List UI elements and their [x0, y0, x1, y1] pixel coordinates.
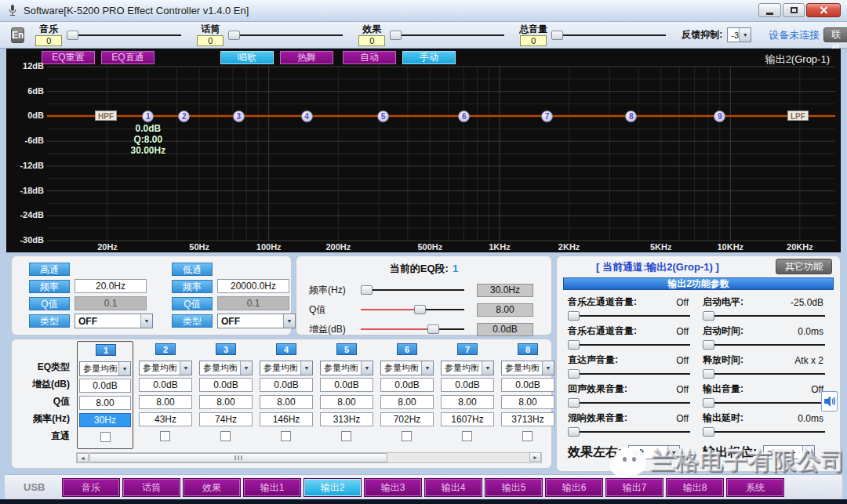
- volume-value-field[interactable]: 0: [358, 35, 385, 46]
- param-slider[interactable]: [568, 309, 690, 323]
- slider-thumb[interactable]: [228, 31, 240, 40]
- band-gain-field[interactable]: 0.0dB: [139, 378, 192, 392]
- band-type-select[interactable]: 参量均衡▼: [380, 361, 434, 375]
- graph-button-4[interactable]: 热舞: [280, 51, 333, 64]
- band-q-field[interactable]: 8.00: [260, 395, 313, 409]
- graph-button-2[interactable]: EQ直通: [101, 51, 154, 64]
- graph-button-5[interactable]: 自动: [343, 51, 396, 64]
- connect-button[interactable]: 联机: [823, 27, 847, 42]
- band-gain-field[interactable]: 0.0dB: [501, 378, 554, 392]
- band-freq-field[interactable]: 1607Hz: [441, 412, 494, 426]
- slider-thumb[interactable]: [390, 31, 402, 40]
- band-freq-field[interactable]: 3713Hz: [501, 412, 554, 426]
- tab-音乐[interactable]: 音乐: [63, 479, 119, 496]
- tab-效果[interactable]: 效果: [184, 479, 240, 496]
- tab-输出5[interactable]: 输出5: [485, 479, 542, 496]
- scroll-thumb[interactable]: [89, 453, 387, 462]
- band-bypass-checkbox[interactable]: [160, 431, 170, 441]
- language-button[interactable]: En: [11, 27, 24, 43]
- param-slider[interactable]: [703, 425, 825, 439]
- band-q-field[interactable]: 8.00: [199, 395, 253, 409]
- eq-point-7[interactable]: 7: [541, 111, 553, 122]
- lowpass-type-select[interactable]: OFF ▼: [217, 314, 296, 328]
- scroll-left-arrow[interactable]: ◄: [77, 453, 89, 462]
- band-bypass-checkbox[interactable]: [281, 431, 291, 441]
- param-slider[interactable]: [703, 309, 825, 323]
- volume-slider[interactable]: [228, 28, 343, 42]
- param-slider[interactable]: [568, 367, 690, 381]
- slider-thumb[interactable]: [703, 369, 714, 379]
- tab-输出1[interactable]: 输出1: [244, 479, 300, 496]
- hpf-marker[interactable]: HPF: [95, 111, 117, 121]
- lpf-marker[interactable]: LPF: [787, 111, 809, 121]
- tab-系统[interactable]: 系统: [727, 479, 783, 496]
- slider-thumb[interactable]: [703, 311, 714, 321]
- tab-输出3[interactable]: 输出3: [365, 479, 421, 496]
- band-freq-field[interactable]: 30Hz: [79, 413, 131, 427]
- band-param-value[interactable]: 30.0Hz: [477, 284, 533, 297]
- highpass-type-select[interactable]: OFF ▼: [75, 314, 153, 328]
- tab-输出8[interactable]: 输出8: [667, 479, 723, 496]
- band-number-button[interactable]: 5: [336, 343, 357, 355]
- slider-thumb[interactable]: [551, 31, 563, 40]
- band-bypass-checkbox[interactable]: [220, 431, 231, 441]
- band-freq-field[interactable]: 146Hz: [260, 412, 313, 426]
- graph-button-1[interactable]: EQ重置: [42, 51, 95, 64]
- slider-thumb[interactable]: [703, 340, 714, 350]
- graph-button-6[interactable]: 手动: [402, 51, 456, 64]
- close-button[interactable]: [806, 3, 841, 17]
- band-freq-field[interactable]: 702Hz: [380, 412, 434, 426]
- band-freq-field[interactable]: 43Hz: [139, 412, 192, 426]
- band-q-field[interactable]: 8.00: [79, 396, 131, 410]
- slider-thumb[interactable]: [568, 340, 580, 350]
- param-slider[interactable]: [568, 338, 690, 352]
- band-number-button[interactable]: 3: [216, 343, 236, 355]
- band-number-button[interactable]: 4: [276, 343, 296, 355]
- slider-thumb[interactable]: [568, 398, 580, 408]
- tab-话筒[interactable]: 话筒: [123, 479, 180, 496]
- band-param-slider[interactable]: [361, 322, 464, 336]
- param-slider[interactable]: [703, 338, 825, 352]
- tab-输出2[interactable]: 输出2: [304, 479, 361, 496]
- feedback-suppression-select[interactable]: -3 ▼: [727, 27, 751, 42]
- band-number-button[interactable]: 2: [155, 343, 176, 355]
- eq-point-5[interactable]: 5: [377, 111, 389, 122]
- band-param-slider[interactable]: [361, 303, 464, 317]
- band-q-field[interactable]: 8.00: [320, 395, 373, 409]
- band-number-button[interactable]: 6: [397, 343, 417, 355]
- band-bypass-checkbox[interactable]: [462, 431, 472, 441]
- band-type-select[interactable]: 参量均衡▼: [79, 361, 131, 376]
- maximize-button[interactable]: [783, 3, 805, 17]
- lowpass-freq-field[interactable]: 20000.0Hz: [217, 279, 289, 293]
- eq-point-4[interactable]: 4: [301, 111, 313, 122]
- slider-thumb[interactable]: [568, 369, 580, 379]
- table-scrollbar[interactable]: ◄ ►: [76, 452, 542, 463]
- speaker-button[interactable]: [821, 391, 838, 412]
- band-type-select[interactable]: 参量均衡▼: [441, 361, 494, 375]
- volume-value-field[interactable]: 0: [35, 35, 62, 46]
- band-gain-field[interactable]: 0.0dB: [380, 378, 434, 392]
- eq-point-8[interactable]: 8: [625, 111, 637, 122]
- other-functions-button[interactable]: 其它功能: [776, 259, 832, 274]
- band-gain-field[interactable]: 0.0dB: [199, 378, 253, 392]
- param-slider[interactable]: [703, 396, 825, 410]
- band-param-slider[interactable]: [361, 283, 464, 297]
- band-type-select[interactable]: 参量均衡▼: [260, 361, 313, 375]
- slider-thumb[interactable]: [67, 31, 78, 40]
- band-gain-field[interactable]: 0.0dB: [441, 378, 494, 392]
- band-q-field[interactable]: 8.00: [441, 395, 494, 409]
- band-q-field[interactable]: 8.00: [380, 395, 434, 409]
- minimize-button[interactable]: [758, 3, 781, 17]
- band-gain-field[interactable]: 0.0dB: [79, 379, 131, 393]
- slider-thumb[interactable]: [703, 427, 714, 437]
- band-q-field[interactable]: 8.00: [501, 395, 554, 409]
- slider-thumb[interactable]: [414, 305, 426, 314]
- param-select[interactable]: phase+▼: [763, 445, 815, 459]
- band-number-button[interactable]: 8: [518, 343, 538, 355]
- graph-button-3[interactable]: 唱歌: [220, 51, 274, 64]
- scroll-right-arrow[interactable]: ►: [529, 452, 541, 462]
- band-bypass-checkbox[interactable]: [100, 432, 111, 442]
- band-gain-field[interactable]: 0.0dB: [260, 378, 313, 392]
- band-freq-field[interactable]: 74Hz: [199, 412, 253, 426]
- band-bypass-checkbox[interactable]: [522, 431, 533, 441]
